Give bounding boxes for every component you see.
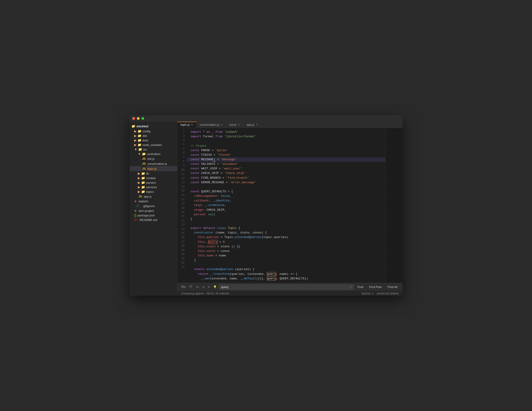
code-line-20: } [187,217,385,221]
js-file-icon: JS [138,194,142,199]
tabs-bar: topic.js ✕ conversation.js ✕ bot.js ✕ ap… [177,122,402,128]
close-icon-app[interactable]: ✕ [256,123,258,126]
folder-icon: ▶ 📁 [134,134,142,138]
maximize-button[interactable] [142,117,144,120]
word-button[interactable]: «» [195,285,200,289]
sidebar-item-dist[interactable]: ▶ 📁 dist [130,134,177,138]
sidebar-label-models: models [146,176,156,180]
search-input-wrap[interactable]: ▼ [219,284,354,290]
code-line-33: _.set(extended, name, _.defaults({}, que… [187,277,385,281]
find-button[interactable]: Find [355,285,365,289]
sidebar-item-tern[interactable]: ∗ .tern-project [130,209,177,213]
sidebar-label-bot.js: bot.js [147,157,154,161]
sidebar-item-babelrc[interactable]: ∗ .babelrc [130,199,177,203]
align-button[interactable]: ≡ [207,285,211,289]
case-button[interactable]: TT [188,285,194,289]
find-prev-button[interactable]: Find Prev [367,285,384,289]
main-window: 📁 slackbot ▶ 📁 config ▶ 📁 dist ▶ 📁 lexic… [130,115,402,296]
code-line-29: } [187,258,385,263]
search-input[interactable] [221,285,350,289]
sidebar-item-package.json[interactable]: {} package.json [130,213,177,218]
search-toolbar: /Re TT «» ⎋ ≡ 💡 ▼ Find Find Prev Find Al… [177,283,402,291]
wrap-button[interactable]: ⎋ [202,285,206,289]
tab-topic.js[interactable]: topic.js ✕ [177,122,196,128]
close-button[interactable] [132,117,135,120]
sidebar-label-config: config [142,130,151,133]
language-label: JavaScript (Babel) [377,292,399,295]
code-line-12: const ERROR_MESSAGE = 'error_message' [187,180,385,185]
sidebar-label-node_modules: node_modules [142,143,162,147]
tab-label-conversation: conversation.js [200,123,219,126]
sidebar-item-app.js[interactable]: JS app.js [130,194,177,199]
folder-open-icon: ▼ 📁 [138,152,146,156]
folder-open-icon: ▼ 📁 [134,148,142,151]
folder-icon: ▶ 📁 [134,138,142,142]
sidebar-item-node_modules[interactable]: ▶ 📁 node_modules [130,143,177,147]
status-left: Comparing against : HEAD, 45 matches [181,292,229,295]
folder-icon: ▶ 📁 [138,185,145,189]
code-line-7: const MESSAGE| = 'message' [187,157,385,162]
sidebar-label-babelrc: .babelrc [138,200,148,203]
sidebar-item-topics[interactable]: ▶ 📁 topics [130,189,177,194]
code-line-23: constructor (name, topic, state, convo) … [187,230,385,235]
code-line-28: this.name = name [187,253,385,258]
tern-file-icon: ∗ [134,209,137,212]
code-line-14: const QUERY_DEFAULTS = { [187,189,385,194]
close-icon-bot[interactable]: ✕ [238,123,240,126]
tab-app.js[interactable]: app.js ✕ [243,122,261,128]
tab-conversation.js[interactable]: conversation.js ✕ [196,122,226,128]
sidebar-item-models[interactable]: ▶ 📁 models [130,176,177,180]
sidebar-label-lexic: lexic [142,139,148,142]
sidebar-item-parsers[interactable]: ▶ 📁 parsers [130,180,177,185]
sidebar-label-readme: README.md [140,218,157,222]
sidebar-item-lexic[interactable]: ▶ 📁 lexic [130,138,177,143]
regex-button[interactable]: /Re [180,285,187,289]
babelrc-file-icon: ∗ [134,199,137,203]
code-line-4: // Stages [187,144,385,148]
sidebar-item-config[interactable]: ▶ 📁 config [130,129,177,134]
sidebar-label-dist: dist [142,134,147,138]
sidebar-item-lib[interactable]: ▶ 📁 lib [130,171,177,176]
sidebar-item-gitignore[interactable]: 〈/〉 .gitignore [130,203,177,209]
status-right: Spaces: 2 JavaScript (Babel) [361,292,399,295]
sidebar-root[interactable]: 📁 slackbot [130,124,177,129]
sidebar-item-bot.js[interactable]: JS bot.js [130,156,177,161]
sidebar-label-topic.js: topic.js [147,167,156,171]
close-icon-topic[interactable]: ✕ [191,123,193,126]
code-line-24: this.queries = Topic.extendedQueries(top… [187,235,385,239]
sidebar-label-gitignore: .gitignore [142,204,155,208]
folder-icon: ▶ 📁 [134,143,142,147]
editor-area: topic.js ✕ conversation.js ✕ bot.js ✕ ap… [177,122,402,296]
find-all-button[interactable]: Find All [385,285,400,289]
folder-icon: ▶ 📁 [134,129,142,133]
sidebar-label-app.js: app.js [144,195,152,198]
sidebar-item-topic.js[interactable]: JS topic.js [130,166,177,171]
sidebar-label-pkg: package.json [137,214,155,217]
code-line-19: parsed: null [187,212,385,217]
folder-icon: ▶ 📁 [138,181,145,184]
close-icon-conversation[interactable]: ✕ [221,123,223,126]
code-editor[interactable]: 1 2 3 4 5 6 7 8 9 10 11 12 13 14 15 16 1 [177,128,402,283]
sidebar-label-src: src [143,148,147,151]
minimap-content [386,128,402,283]
code-line-30 [187,263,385,267]
code-line-21 [187,221,385,226]
tab-bot.js[interactable]: bot.js ✕ [226,122,243,128]
sidebar-item-src[interactable]: ▼ 📁 src [130,147,177,152]
sidebar-item-controllers[interactable]: ▼ 📁 controllers [130,152,177,156]
code-line-17: skip: _.stubFalse, [187,203,385,208]
code-line-8: const VALIDATE = 'validate' [187,162,385,166]
minimize-button[interactable] [137,117,140,120]
sidebar-label-services: services [146,185,157,189]
sidebar-item-readme[interactable]: M↓ README.md [130,218,177,222]
tab-label-bot: bot.js [229,123,237,126]
chevron-down-icon[interactable]: ▼ [350,286,352,288]
code-line-25: this._query = 0 [187,240,385,244]
code-line-6: const FINISH = 'finish' [187,153,385,157]
sidebar-item-conversation.js[interactable]: JS conversation.js [130,161,177,166]
light-button[interactable]: 💡 [212,285,218,289]
code-line-15: isMessageSent: false, [187,194,385,199]
code-line-27: this.convo = convo [187,249,385,253]
js-file-icon: JS [142,167,146,171]
sidebar-item-services[interactable]: ▶ 📁 services [130,185,177,189]
